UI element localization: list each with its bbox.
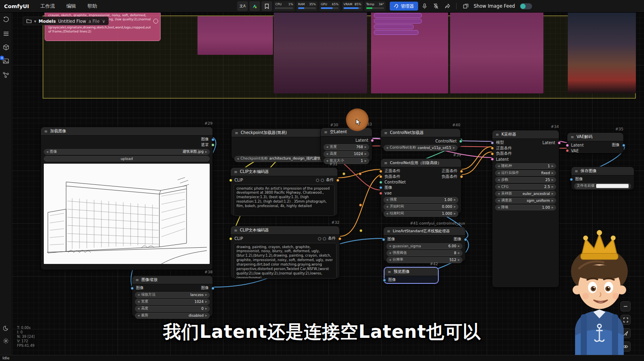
collapse-icon[interactable]: ≡ — [234, 170, 237, 174]
toggle-icon[interactable] — [316, 179, 319, 182]
height-widget[interactable]: 高度1024 — [324, 151, 369, 157]
node-header[interactable]: ≡预览图像 — [384, 268, 438, 276]
folder-caret-icon[interactable]: ▾ — [34, 19, 36, 24]
mic-muted-icon[interactable] — [431, 1, 441, 11]
node-controlnet-loader[interactable]: #40 ≡ControlNet加载器 ControlNet ControlNet… — [380, 128, 461, 149]
gaussian-sigma-widget[interactable]: guassian_sigma6.00 — [386, 243, 462, 249]
port-positive-in[interactable] — [379, 170, 382, 173]
port-controlnet-in[interactable] — [379, 181, 382, 184]
bypassed-image-2[interactable] — [274, 11, 367, 93]
bypassed-image-3[interactable] — [371, 11, 448, 93]
node-ksampler[interactable]: #34 ≡K采样器 模型 Latent 正面条件 负面条件 Latent 随机种… — [492, 130, 559, 288]
collapse-icon[interactable]: ≡ — [496, 132, 499, 137]
prompt-textarea[interactable]: drawing, painting, crayon, sketch, graph… — [234, 243, 337, 279]
preview-image-street[interactable] — [568, 11, 636, 93]
collapse-icon[interactable]: ≡ — [234, 228, 237, 233]
start-percent-widget[interactable]: 开始时间0.000 — [384, 204, 458, 210]
port-clip-in[interactable] — [229, 237, 232, 240]
image-feed-toggle[interactable] — [520, 3, 532, 9]
port-negative-in[interactable] — [379, 175, 382, 178]
bookmark-icon[interactable] — [262, 1, 272, 11]
port-vae-in[interactable] — [566, 149, 569, 152]
model-library-icon[interactable] — [2, 44, 9, 51]
prompt-textarea[interactable]: cinematic photo An artist's impression o… — [234, 184, 335, 216]
strength-widget[interactable]: 强度1.00 — [384, 197, 458, 203]
node-save-image[interactable]: ≡保存图像 图像 文件名前缀 — [571, 166, 634, 190]
node-header[interactable]: ≡CLIP文本编码器 — [231, 226, 339, 235]
scheduler-widget[interactable]: 调度器sgm_uniform — [495, 198, 556, 204]
collapse-icon[interactable]: ≡ — [387, 229, 390, 233]
denoise-widget[interactable]: 降噪1.00 — [495, 205, 556, 211]
steps-widget[interactable]: 步数25 — [495, 177, 556, 183]
extension-icon[interactable] — [249, 1, 260, 11]
manager-button[interactable]: 管理器 — [390, 2, 418, 11]
node-header[interactable]: ≡ControlNet应用（旧版高级） — [381, 159, 461, 167]
port-conditioning-out[interactable] — [338, 237, 341, 240]
image-feed-label[interactable]: Show Image Feed — [474, 3, 515, 9]
port-vae-in[interactable] — [379, 192, 382, 195]
end-percent-widget[interactable]: 结束时间1.000 — [384, 211, 458, 217]
control-after-generate-widget[interactable]: 运行后操作fixed — [495, 170, 556, 176]
port-controlnet-out[interactable] — [459, 140, 462, 143]
collapse-icon[interactable]: ≡ — [135, 278, 139, 282]
port-latent-out[interactable] — [558, 141, 561, 145]
collapse-icon[interactable]: ≡ — [384, 161, 387, 165]
node-image-scale[interactable]: #38 ≡图像缩放 图像 图像 缩放方法lanczos 宽度1024 高度0 裁… — [132, 275, 213, 317]
folder-icon[interactable] — [26, 19, 32, 23]
port-latent-out[interactable] — [371, 139, 374, 142]
node-clip-encode-negative[interactable]: #32 ≡CLIP文本编码器 CLIP 条件 drawing, painting… — [230, 226, 340, 279]
sampler-widget[interactable]: 采样器euler_ancestral — [495, 191, 556, 197]
port-negative-in[interactable] — [491, 152, 494, 156]
intensity-threshold-widget[interactable]: 强度阈值8 — [386, 250, 462, 256]
node-apply-controlnet[interactable]: #39 ≡ControlNet应用（旧版高级） 正面条件 正面条件 负面条件 负… — [380, 158, 462, 214]
workflow-history-icon[interactable] — [2, 16, 9, 23]
port-image-out[interactable] — [211, 138, 215, 141]
filename-prefix-input[interactable] — [596, 184, 629, 188]
filename-prefix-widget[interactable]: 文件名前缀 — [574, 183, 631, 189]
cfg-widget[interactable]: CFG2.5 — [495, 184, 556, 190]
bypassed-image-4[interactable] — [450, 11, 543, 93]
node-header[interactable]: ≡空Latent — [321, 128, 372, 136]
node-empty-latent[interactable]: #33 ≡空Latent Latent 宽度768 高度1024 批次大小1 — [320, 128, 372, 162]
translate-icon[interactable]: 文A — [237, 1, 248, 11]
port-latent-in[interactable] — [491, 158, 494, 161]
port-negative-out[interactable] — [460, 175, 463, 178]
port-image-out[interactable] — [622, 144, 625, 147]
node-preview-image[interactable]: #42 ≡预览图像 图像 — [384, 267, 438, 283]
collapse-icon[interactable]: ≡ — [235, 131, 238, 135]
toggle-icon[interactable] — [318, 237, 321, 240]
upload-button[interactable]: upload — [44, 156, 210, 162]
port-latent-in[interactable] — [566, 144, 569, 147]
port-image-in[interactable] — [383, 279, 386, 282]
collapse-icon[interactable]: ≡ — [575, 169, 578, 173]
port-image-out[interactable] — [211, 287, 215, 290]
node-clip-encode-positive[interactable]: #31 ≡CLIP文本编码器 CLIP 条件 cinematic photo A… — [230, 167, 338, 216]
width-widget[interactable]: 宽度1024 — [135, 299, 210, 305]
crop-widget[interactable]: 裁剪disabled — [135, 313, 210, 319]
bypassed-text-node[interactable]: crayon, sketch, graphite, impressionist,… — [45, 11, 161, 41]
port-image-out[interactable] — [464, 238, 467, 241]
mic-icon[interactable] — [420, 1, 429, 11]
workflow-title[interactable]: Untitled Flow — [58, 19, 86, 24]
mute-icon[interactable] — [323, 237, 326, 240]
port-image-in[interactable] — [131, 287, 134, 290]
node-header[interactable]: ≡K采样器 — [492, 130, 559, 139]
image-feed-icon[interactable] — [461, 1, 470, 11]
gallery-icon[interactable]: 4 — [2, 58, 9, 65]
node-vae-decode[interactable]: #35 ≡VAE解码 Latent 图像 VAE — [567, 132, 624, 153]
port-mask-out[interactable] — [211, 143, 215, 147]
seed-widget[interactable]: 随机种1 — [495, 163, 556, 169]
collapse-icon[interactable]: ≡ — [388, 270, 391, 274]
port-model-in[interactable] — [491, 141, 494, 145]
node-header[interactable]: ≡图像缩放 — [132, 276, 213, 284]
models-label[interactable]: Models — [39, 19, 56, 24]
port-clip-in[interactable] — [229, 179, 232, 182]
queue-icon[interactable] — [2, 30, 9, 37]
node-header[interactable]: ≡LineArtStandard艺术线预处理器 — [384, 227, 465, 236]
port-conditioning-out[interactable] — [336, 179, 339, 182]
image-select-widget[interactable]: 图像建筑草图.jpg — [44, 149, 210, 155]
menu-help[interactable]: 帮助 — [82, 0, 103, 12]
port-positive-out[interactable] — [460, 170, 463, 173]
port-image-in[interactable] — [382, 238, 385, 241]
height-widget[interactable]: 高度0 — [135, 306, 210, 312]
